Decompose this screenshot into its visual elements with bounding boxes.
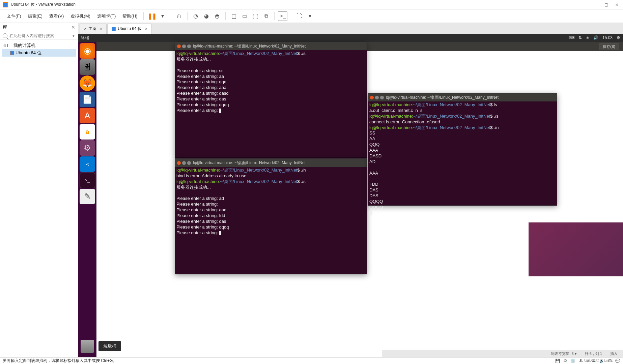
tree-vm-ubuntu[interactable]: Ubuntu 64 位	[2, 49, 76, 57]
network-icon[interactable]: ⇅	[578, 35, 582, 40]
trash-icon[interactable]	[81, 340, 94, 353]
tab-close-button[interactable]: ×	[145, 27, 147, 31]
system-settings-icon[interactable]: ⚙	[80, 140, 95, 156]
library-sidebar: 库 ✕ ▼ ⊟ 我的计算机 Ubuntu 64 位	[0, 23, 78, 357]
menu-view[interactable]: 查看(V)	[47, 12, 66, 21]
close-icon[interactable]	[177, 161, 181, 165]
sidebar-close-button[interactable]: ✕	[71, 25, 75, 30]
cursor	[219, 109, 221, 113]
terminal-titlebar[interactable]: lq@lq-virtual-machine: ~/桌面/Linux_Networ…	[175, 159, 367, 167]
terminal-title: lq@lq-virtual-machine: ~/桌面/Linux_Networ…	[193, 43, 306, 49]
maximize-icon[interactable]	[187, 44, 191, 48]
terminal-window-2[interactable]: lq@lq-virtual-machine: ~/桌面/Linux_Networ…	[175, 158, 367, 274]
fullscreen-button[interactable]: ⛶	[294, 11, 304, 21]
dropdown-icon[interactable]: ▾	[158, 11, 167, 21]
minimize-icon[interactable]	[182, 44, 186, 48]
vm-console-view[interactable]: 终端 ⌨ ⇅ ∗ 🔊 15:03 ⚙ /桌面) - gedit 保存(S) e …	[78, 34, 623, 357]
tab-home[interactable]: ⌂ 主页 ×	[80, 24, 107, 34]
close-button[interactable]: ✕	[614, 1, 620, 8]
separator	[291, 12, 291, 20]
tab-ubuntu-vm[interactable]: Ubuntu 64 位 ×	[107, 24, 152, 34]
vmware-icon	[3, 2, 8, 7]
files-icon[interactable]: 🗄	[80, 59, 95, 75]
terminal-output[interactable]: lq@lq-virtual-machine:~/桌面/Linux_Network…	[175, 167, 367, 237]
terminal-title: lq@lq-virtual-machine: ~/桌面/Linux_Networ…	[386, 95, 499, 100]
device-message-icon[interactable]: 💬	[615, 359, 620, 363]
unity-launcher: ◉ 🗄 🦊 📄 A a ⚙ ≺ >_ ✎	[78, 42, 96, 357]
terminal-window-1[interactable]: lq@lq-virtual-machine: ~/桌面/Linux_Networ…	[175, 42, 367, 158]
view-single-button[interactable]: ▭	[240, 11, 249, 21]
maximize-icon[interactable]	[380, 96, 384, 99]
send-ctrl-alt-del-button[interactable]: ⎙	[174, 11, 184, 21]
dropdown-icon[interactable]: ▾	[305, 11, 315, 21]
gedit-save-button[interactable]: 保存(S)	[599, 43, 619, 50]
tree-my-computer[interactable]: ⊟ 我的计算机	[2, 42, 76, 49]
separator	[187, 12, 188, 20]
menu-tabs[interactable]: 选项卡(T)	[94, 12, 119, 21]
thumbnail-button[interactable]: ⧉	[261, 11, 271, 21]
text-editor-icon[interactable]: ✎	[80, 189, 95, 204]
close-icon[interactable]	[370, 96, 374, 99]
settings-gear-icon[interactable]: ⚙	[617, 35, 620, 40]
manage-snapshot-button[interactable]: ◓	[213, 11, 222, 21]
menu-help[interactable]: 帮助(H)	[120, 12, 140, 21]
firefox-icon[interactable]: 🦊	[80, 75, 95, 91]
clock[interactable]: 15:03	[602, 35, 613, 40]
terminal-titlebar[interactable]: lq@lq-virtual-machine: ~/桌面/Linux_Networ…	[368, 93, 557, 101]
cursor-position: 行 6，列 1	[585, 351, 602, 356]
device-hdd-icon[interactable]: ⛁	[564, 359, 567, 363]
desktop-wallpaper	[529, 222, 623, 276]
menu-vm[interactable]: 虚拟机(M)	[68, 12, 93, 21]
minimize-icon[interactable]	[375, 96, 379, 99]
amazon-icon[interactable]: a	[80, 124, 95, 140]
terminal-output[interactable]: lq@lq-virtual-machine:~/桌面/Linux_Network…	[368, 101, 557, 217]
device-network-icon[interactable]: 🖧	[579, 359, 583, 363]
search-box[interactable]: ▼	[0, 32, 78, 40]
vm-icon	[10, 51, 14, 55]
maximize-icon[interactable]	[187, 161, 191, 165]
terminal-output[interactable]: lq@lq-virtual-machine:~/桌面/Linux_Network…	[175, 50, 367, 114]
minimize-icon[interactable]	[182, 161, 186, 165]
terminal-titlebar[interactable]: lq@lq-virtual-machine: ~/桌面/Linux_Networ…	[175, 42, 367, 50]
maximize-button[interactable]: ▢	[603, 1, 610, 8]
vm-tree: ⊟ 我的计算机 Ubuntu 64 位	[0, 40, 78, 59]
window-title: Ubuntu 64 位 - VMware Workstation	[11, 2, 592, 7]
view-split-button[interactable]: ◫	[229, 11, 238, 21]
separator	[171, 12, 171, 20]
dash-icon[interactable]: ◉	[80, 43, 95, 59]
insert-mode: 插入	[610, 351, 618, 356]
libreoffice-writer-icon[interactable]: 📄	[80, 92, 95, 107]
sidebar-title: 库	[3, 24, 7, 30]
vscode-icon[interactable]: ≺	[80, 156, 95, 172]
cursor	[369, 211, 372, 215]
search-input[interactable]	[9, 33, 72, 38]
active-app-label[interactable]: 终端	[81, 35, 89, 41]
collapse-icon[interactable]: ⊟	[3, 44, 6, 48]
separator	[274, 12, 275, 20]
bluetooth-icon[interactable]: ∗	[586, 35, 589, 40]
vm-icon	[112, 27, 116, 31]
pause-button[interactable]: ❚❚	[147, 11, 157, 21]
minimize-button[interactable]: —	[592, 1, 599, 8]
close-icon[interactable]	[177, 44, 181, 48]
snapshot-button[interactable]: ◔	[191, 11, 200, 21]
terminal-window-3[interactable]: lq@lq-virtual-machine: ~/桌面/Linux_Networ…	[368, 93, 557, 206]
menu-file[interactable]: 文件(F)	[4, 12, 24, 21]
unity-button[interactable]: ⬚	[251, 11, 260, 21]
keyboard-indicator-icon[interactable]: ⌨	[569, 35, 574, 40]
volume-icon[interactable]: 🔊	[593, 35, 598, 40]
tree-label: Ubuntu 64 位	[16, 50, 41, 56]
tab-width-label[interactable]: 制表符宽度: 8 ▾	[551, 351, 576, 356]
terminal-icon[interactable]: >_	[80, 173, 95, 188]
search-icon	[3, 33, 7, 38]
tab-close-button[interactable]: ×	[100, 27, 102, 31]
menu-edit[interactable]: 编辑(E)	[25, 12, 45, 21]
ubuntu-software-icon[interactable]: A	[80, 108, 95, 123]
dropdown-icon[interactable]: ▼	[72, 34, 75, 38]
computer-icon	[7, 44, 12, 47]
menubar: 文件(F) 编辑(E) 查看(V) 虚拟机(M) 选项卡(T) 帮助(H) ❚❚…	[0, 9, 623, 23]
device-cd-icon[interactable]: 💿	[570, 359, 575, 363]
revert-snapshot-button[interactable]: ◕	[202, 11, 211, 21]
console-button[interactable]: >_	[278, 11, 287, 21]
device-floppy-icon[interactable]: 💾	[555, 359, 560, 363]
